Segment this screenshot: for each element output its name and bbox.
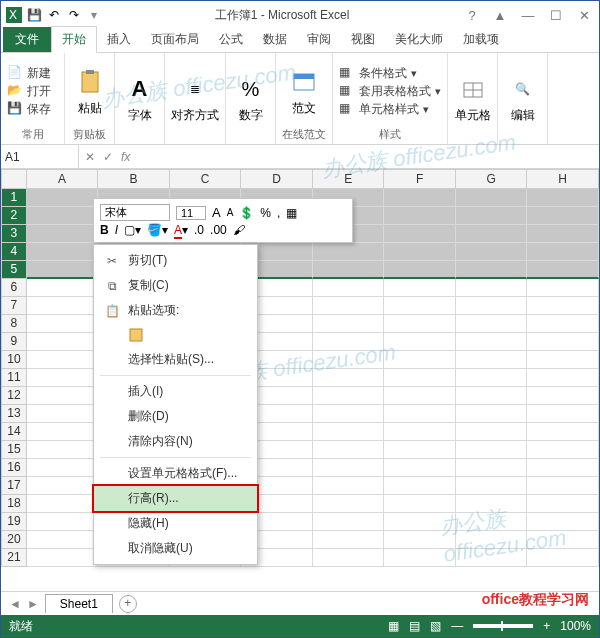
cell[interactable] xyxy=(384,351,456,369)
cell[interactable] xyxy=(384,225,456,243)
cell[interactable] xyxy=(384,459,456,477)
cell[interactable] xyxy=(456,531,528,549)
row-header[interactable]: 16 xyxy=(1,459,27,477)
row-header[interactable]: 7 xyxy=(1,297,27,315)
new-button[interactable]: 📄新建 xyxy=(7,65,51,82)
cell[interactable] xyxy=(313,459,385,477)
cell[interactable] xyxy=(384,243,456,261)
border-icon[interactable]: ▢▾ xyxy=(124,223,141,237)
cell[interactable] xyxy=(527,459,599,477)
col-header[interactable]: D xyxy=(241,169,313,189)
cell[interactable] xyxy=(456,351,528,369)
cell[interactable] xyxy=(527,297,599,315)
cell[interactable] xyxy=(27,297,99,315)
sheet-tab[interactable]: Sheet1 xyxy=(45,594,113,613)
row-header[interactable]: 4 xyxy=(1,243,27,261)
table-format-button[interactable]: ▦套用表格格式 ▾ xyxy=(339,83,441,100)
cond-format-button[interactable]: ▦条件格式 ▾ xyxy=(339,65,417,82)
cell[interactable] xyxy=(27,315,99,333)
name-box[interactable]: A1 xyxy=(1,145,79,168)
col-header[interactable]: C xyxy=(170,169,242,189)
tab-data[interactable]: 数据 xyxy=(253,27,297,52)
context-menu-item[interactable] xyxy=(94,323,257,347)
row-header[interactable]: 1 xyxy=(1,189,27,207)
cell[interactable] xyxy=(313,351,385,369)
cell[interactable] xyxy=(527,225,599,243)
cell[interactable] xyxy=(456,423,528,441)
number-button[interactable]: %数字 xyxy=(235,73,267,124)
context-menu-item[interactable]: 设置单元格格式(F)... xyxy=(94,461,257,486)
undo-icon[interactable]: ↶ xyxy=(45,6,63,24)
cell[interactable] xyxy=(27,243,99,261)
cell[interactable] xyxy=(384,477,456,495)
cell[interactable] xyxy=(527,369,599,387)
col-header[interactable]: E xyxy=(313,169,385,189)
cell[interactable] xyxy=(27,477,99,495)
cell[interactable] xyxy=(384,315,456,333)
fill-color-icon[interactable]: 🪣▾ xyxy=(147,223,168,237)
col-header[interactable]: A xyxy=(27,169,99,189)
cell[interactable] xyxy=(456,243,528,261)
cell[interactable] xyxy=(27,531,99,549)
cell[interactable] xyxy=(456,441,528,459)
cell[interactable] xyxy=(27,405,99,423)
cell[interactable] xyxy=(384,513,456,531)
cell[interactable] xyxy=(384,387,456,405)
cell[interactable] xyxy=(527,513,599,531)
row-header[interactable]: 18 xyxy=(1,495,27,513)
zoom-level[interactable]: 100% xyxy=(560,619,591,633)
view-normal-icon[interactable]: ▦ xyxy=(388,619,399,633)
cell[interactable] xyxy=(456,315,528,333)
cell[interactable] xyxy=(27,423,99,441)
fx-icon[interactable]: fx xyxy=(121,150,130,164)
cell[interactable] xyxy=(384,333,456,351)
edit-button[interactable]: 🔍编辑 xyxy=(507,73,539,124)
cell[interactable] xyxy=(456,225,528,243)
context-menu-item[interactable]: 行高(R)... xyxy=(94,486,257,511)
context-menu-item[interactable]: ⧉复制(C) xyxy=(94,273,257,298)
cell[interactable] xyxy=(27,369,99,387)
context-menu-item[interactable]: 删除(D) xyxy=(94,404,257,429)
cell[interactable] xyxy=(527,279,599,297)
percent-icon[interactable]: % xyxy=(260,206,271,220)
tab-layout[interactable]: 页面布局 xyxy=(141,27,209,52)
sheet-nav-next-icon[interactable]: ► xyxy=(27,597,39,611)
close-button[interactable]: ✕ xyxy=(573,8,595,23)
row-header[interactable]: 14 xyxy=(1,423,27,441)
sheet-nav-prev-icon[interactable]: ◄ xyxy=(9,597,21,611)
row-header[interactable]: 15 xyxy=(1,441,27,459)
cell[interactable] xyxy=(527,495,599,513)
zoom-out-button[interactable]: — xyxy=(451,619,463,633)
align-button[interactable]: ≣对齐方式 xyxy=(171,73,219,124)
font-button[interactable]: A字体 xyxy=(124,73,156,124)
comma-icon[interactable]: , xyxy=(277,206,280,220)
cell[interactable] xyxy=(27,189,99,207)
save-icon[interactable]: 💾 xyxy=(25,6,43,24)
cell[interactable] xyxy=(27,513,99,531)
ribbon-min-button[interactable]: ▲ xyxy=(489,8,511,23)
cell[interactable] xyxy=(456,405,528,423)
cell[interactable] xyxy=(27,495,99,513)
context-menu-item[interactable]: 取消隐藏(U) xyxy=(94,536,257,561)
cell[interactable] xyxy=(313,441,385,459)
cell[interactable] xyxy=(456,207,528,225)
cell[interactable] xyxy=(313,261,385,279)
cell[interactable] xyxy=(456,189,528,207)
cell[interactable] xyxy=(384,207,456,225)
cell[interactable] xyxy=(456,459,528,477)
currency-icon[interactable]: 💲 xyxy=(239,206,254,220)
row-header[interactable]: 2 xyxy=(1,207,27,225)
tab-formula[interactable]: 公式 xyxy=(209,27,253,52)
increase-font-icon[interactable]: A xyxy=(212,205,221,220)
enter-fx-icon[interactable]: ✓ xyxy=(103,150,113,164)
cell[interactable] xyxy=(384,279,456,297)
minimize-button[interactable]: — xyxy=(517,8,539,23)
cell[interactable] xyxy=(527,351,599,369)
cell[interactable] xyxy=(27,207,99,225)
italic-icon[interactable]: I xyxy=(115,223,118,237)
cell[interactable] xyxy=(27,459,99,477)
tab-beautify[interactable]: 美化大师 xyxy=(385,27,453,52)
select-all-corner[interactable] xyxy=(1,169,27,189)
cell[interactable] xyxy=(384,261,456,279)
cell[interactable] xyxy=(313,387,385,405)
